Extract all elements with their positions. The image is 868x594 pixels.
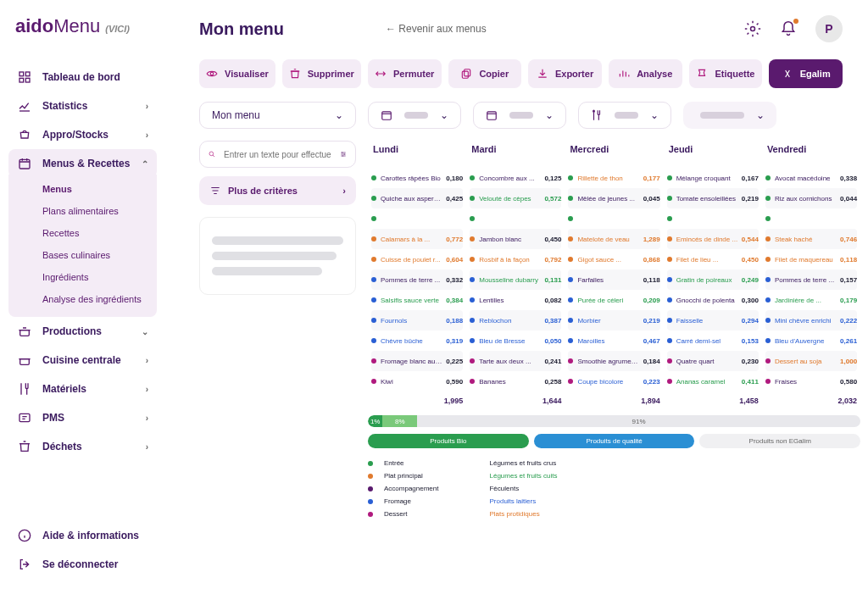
meal-cell[interactable]: Velouté de cèpes0,572 [470,188,561,208]
meal-cell[interactable]: Bananes0,258 [470,371,561,391]
meal-cell[interactable] [470,208,561,229]
meal-cell[interactable]: Jambon blanc0,450 [470,229,561,249]
category-dot [765,175,771,180]
category-dot [765,236,771,241]
meal-cell[interactable]: Quiche aux asperges0,425 [371,188,463,208]
tool-exporter[interactable]: Exporter [528,59,602,88]
meal-cell[interactable]: Morbier0,219 [568,310,659,330]
meal-cell[interactable]: Ananas caramel0,411 [667,371,759,391]
meal-cell[interactable]: Mêlée de jeunes ...0,045 [568,188,659,208]
nav-aide-informations[interactable]: Aide & informations [8,521,157,550]
nav-tableau-de-bord[interactable]: Tableau de bord [8,63,157,92]
menu-select[interactable]: Mon menu⌄ [199,102,356,129]
meal-cell[interactable]: Avocat macédoine0,338 [765,168,857,188]
meal-cell[interactable]: Rosbif à la façon0,792 [470,249,561,269]
meal-cell[interactable]: Riz aux cornichons0,044 [765,188,857,208]
nav-cuisine-centrale[interactable]: Cuisine centrale› [8,346,157,375]
tool-egalim[interactable]: Egalim [769,59,843,88]
meal-cell[interactable]: Coupe bicolore0,223 [568,371,659,391]
nav-productions[interactable]: Productions⌄ [8,317,157,346]
meal-cell[interactable]: Pommes de terre ...0,332 [371,269,463,290]
meal-cell[interactable]: Lentilles0,082 [470,290,561,310]
tool-permuter[interactable]: Permuter [368,59,442,88]
meal-cell[interactable]: Fraises0,580 [765,371,857,391]
meal-cell[interactable]: Jardinière de ...0,179 [765,290,857,310]
day-header: Vendredi [765,141,857,161]
meal-cell[interactable]: Gigot sauce ...0,868 [568,249,659,269]
meal-cell[interactable]: Gnocchi de polenta0,300 [667,290,759,310]
meal-cell[interactable]: Faisselle0,294 [667,310,759,330]
meal-cell[interactable]: Tomate ensoleillées0,219 [667,188,759,208]
logout-icon [17,558,32,571]
nav-se-d-connecter[interactable]: Se déconnecter [8,550,157,579]
meal-value: 0,604 [446,256,463,264]
bell-icon[interactable] [780,20,797,37]
extra-select[interactable]: ⌄ [683,102,776,129]
meal-cell[interactable]: Rillette de thon0,177 [568,168,659,188]
meal-cell[interactable]: Carré demi-sel0,153 [667,330,759,351]
meal-cell[interactable]: Concombre aux ...0,125 [470,168,561,188]
sliders-icon[interactable] [340,148,347,160]
search-input[interactable] [224,150,331,159]
meal-cell[interactable]: Reblochon0,387 [470,310,561,330]
meal-cell[interactable]: Dessert au soja1,000 [765,351,857,371]
date-from-select[interactable]: ⌄ [368,102,461,129]
meal-cell[interactable]: Mini chèvre enrichi0,222 [765,310,857,330]
search-box[interactable] [199,141,356,168]
meal-cell[interactable] [568,208,659,229]
meal-cell[interactable]: Quatre quart0,230 [667,351,759,371]
meal-cell[interactable] [371,208,463,229]
meal-cell[interactable]: Fournols0,188 [371,310,463,330]
utensil-select[interactable]: ⌄ [578,102,671,129]
meal-cell[interactable]: Purée de céleri0,209 [568,290,659,310]
sub-recettes[interactable]: Recettes [8,222,157,244]
tool-visualiser[interactable]: Visualiser [199,59,275,88]
sub-menus[interactable]: Menus [8,178,157,200]
meal-cell[interactable]: Matelote de veau1,289 [568,229,659,249]
chevron-right-icon: › [342,186,346,196]
meal-cell[interactable]: Calamars à la ...0,772 [371,229,463,249]
nav-statistics[interactable]: Statistics› [8,92,157,120]
meal-cell[interactable]: Gratin de poireaux0,249 [667,269,759,290]
meal-cell[interactable]: Mousseline dubarry0,131 [470,269,561,290]
meal-cell[interactable]: Fromage blanc aux ...0,225 [371,351,463,371]
sub-ingr-dients[interactable]: Ingrédients [8,266,157,288]
avatar[interactable]: P [815,15,843,42]
meal-cell[interactable]: Smoothie agrumes ...0,184 [568,351,659,371]
meal-cell[interactable]: Filet de maquereau0,118 [765,249,857,269]
meal-cell[interactable]: Mélange croquant0,167 [667,168,759,188]
date-to-select[interactable]: ⌄ [473,102,566,129]
sub-bases-culinaires[interactable]: Bases culinaires [8,244,157,266]
meal-cell[interactable]: Cuisse de poulet r...0,604 [371,249,463,269]
tool-analyse[interactable]: Analyse [609,59,682,88]
meal-cell[interactable]: Carottes râpées Bio0,180 [371,168,463,188]
meal-cell[interactable] [765,208,857,229]
meal-cell[interactable]: Bleu de Bresse0,050 [470,330,561,351]
tool-supprimer[interactable]: Supprimer [282,59,361,88]
meal-cell[interactable]: Steak haché0,746 [765,229,857,249]
meal-cell[interactable]: Tarte aux deux ...0,241 [470,351,561,371]
sub-plans-alimentaires[interactable]: Plans alimentaires [8,200,157,222]
sub-analyse-des-ingr-dients[interactable]: Analyse des ingrédients [8,288,157,310]
meal-cell[interactable]: Emincés de dinde ...0,544 [667,229,759,249]
category-dot [667,236,672,241]
meal-cell[interactable]: Bleu d'Auvergne0,261 [765,330,857,351]
meal-cell[interactable]: Kiwi0,590 [371,371,463,391]
nav-pms[interactable]: PMS› [8,403,157,432]
meal-cell[interactable]: Salsifis sauce verte0,384 [371,290,463,310]
nav-d-chets[interactable]: Déchets› [8,432,157,461]
nav-mat-riels[interactable]: Matériels› [8,375,157,403]
meal-cell[interactable]: Filet de lieu ...0,450 [667,249,759,269]
meal-cell[interactable]: Maroilles0,467 [568,330,659,351]
gear-icon[interactable] [744,20,761,37]
tool-copier[interactable]: Copier [448,59,522,88]
meal-cell[interactable]: Chèvre bûche0,319 [371,330,463,351]
nav-menus-recettes[interactable]: Menus & Recettes ⌃ [8,149,157,178]
meal-cell[interactable]: Pommes de terre ...0,157 [765,269,857,290]
back-link[interactable]: ← Revenir aux menus [386,23,487,35]
more-criteria-button[interactable]: Plus de critères › [199,176,356,205]
tool-etiquette[interactable]: Etiquette [689,59,763,88]
meal-cell[interactable]: Farfalles0,118 [568,269,659,290]
meal-cell[interactable] [667,208,759,229]
nav-appro-stocks[interactable]: Appro/Stocks› [8,120,157,149]
